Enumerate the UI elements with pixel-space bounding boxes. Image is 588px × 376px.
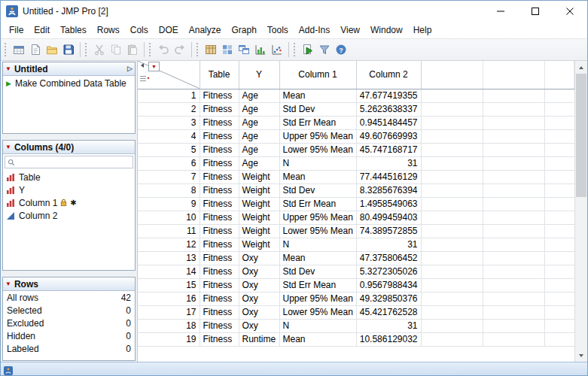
summary-table-icon[interactable]	[203, 41, 219, 58]
collapse-sidebar-icon[interactable]	[139, 62, 146, 69]
menu-add-ins[interactable]: Add-Ins	[294, 23, 335, 37]
red-triangle-menu-icon[interactable]: ▼	[5, 66, 11, 72]
cell[interactable]: Lower 95% Mean	[279, 224, 356, 238]
row-number[interactable]: 18	[138, 319, 200, 332]
cell[interactable]: Upper 95% Mean	[279, 292, 356, 305]
rows-stat-selected[interactable]: Selected0	[3, 304, 135, 317]
cell[interactable]: Fitness	[200, 238, 239, 251]
menu-window[interactable]: Window	[365, 23, 408, 37]
cell[interactable]: 0.9451484457	[356, 116, 421, 129]
column-item-table[interactable]: Table	[3, 171, 135, 183]
cut-icon[interactable]	[91, 41, 108, 58]
column-item-column-1[interactable]: Column 1✱	[3, 196, 135, 209]
cell[interactable]: Lower 95% Mean	[279, 305, 356, 319]
row-number[interactable]: 12	[138, 238, 200, 251]
cell[interactable]: Fitness	[200, 292, 239, 305]
row-number[interactable]: 15	[138, 278, 200, 292]
cell[interactable]: 49.607669993	[356, 129, 421, 143]
cell[interactable]: Mean	[279, 251, 356, 265]
menu-file[interactable]: File	[4, 23, 29, 37]
vertical-scrollbar[interactable]	[574, 61, 587, 362]
run-script-icon[interactable]	[300, 41, 316, 58]
cell[interactable]: Age	[239, 116, 279, 129]
new-journal-icon[interactable]	[27, 41, 44, 58]
rows-stat-hidden[interactable]: Hidden0	[3, 329, 135, 342]
help-icon[interactable]: ?	[333, 41, 349, 58]
cell[interactable]: Fitness	[200, 102, 239, 116]
cell[interactable]: Mean	[279, 89, 356, 102]
maximize-button[interactable]	[518, 1, 553, 22]
row-number[interactable]: 3	[138, 116, 200, 129]
cell[interactable]: 47.677419355	[356, 89, 421, 102]
cell[interactable]: Fitness	[200, 278, 239, 292]
cell[interactable]: Weight	[239, 238, 279, 251]
cell[interactable]: 80.499459403	[356, 211, 421, 224]
cell[interactable]: Oxy	[239, 292, 279, 305]
columns-search-input[interactable]	[17, 157, 130, 168]
scroll-up-icon[interactable]	[575, 61, 587, 74]
cell[interactable]: Std Dev	[279, 265, 356, 278]
cell[interactable]: Lower 95% Mean	[279, 143, 356, 156]
cell[interactable]: Oxy	[239, 265, 279, 278]
row-number[interactable]: 4	[138, 129, 200, 143]
cell[interactable]: Fitness	[200, 89, 239, 102]
column-header-y[interactable]: Y	[239, 61, 279, 89]
cell[interactable]: Fitness	[200, 156, 239, 170]
cell[interactable]: Fitness	[200, 224, 239, 238]
menu-tables[interactable]: Tables	[55, 23, 92, 37]
panel-collapse-icon[interactable]: ▷	[127, 65, 133, 72]
redo-icon[interactable]	[172, 41, 188, 58]
row-number[interactable]: 17	[138, 305, 200, 319]
cell[interactable]: Age	[239, 129, 279, 143]
cell[interactable]: 31	[356, 319, 421, 332]
scatter-plot-icon[interactable]	[269, 41, 285, 58]
undo-icon[interactable]	[155, 41, 172, 58]
save-icon[interactable]	[60, 41, 77, 58]
copy-icon[interactable]	[108, 41, 124, 58]
row-number[interactable]: 16	[138, 292, 200, 305]
cell[interactable]: Std Err Mean	[279, 278, 356, 292]
cell[interactable]: Fitness	[200, 143, 239, 156]
row-number[interactable]: 2	[138, 102, 200, 116]
cell[interactable]: 5.2623638337	[356, 102, 421, 116]
cell[interactable]: 31	[356, 156, 421, 170]
cell[interactable]: Runtime	[239, 332, 279, 346]
cell[interactable]: Std Err Mean	[279, 116, 356, 129]
column-header-column-1[interactable]: Column 1	[279, 61, 356, 89]
paste-icon[interactable]	[124, 41, 141, 58]
menu-cols[interactable]: Cols	[125, 23, 154, 37]
cell[interactable]: Age	[239, 156, 279, 170]
cell[interactable]: 77.444516129	[356, 170, 421, 183]
menu-view[interactable]: View	[335, 23, 365, 37]
cell[interactable]: Fitness	[200, 197, 239, 211]
cell[interactable]: 45.747168717	[356, 143, 421, 156]
close-button[interactable]	[553, 1, 587, 22]
data-filter-icon[interactable]	[316, 41, 333, 58]
rows-stat-labeled[interactable]: Labeled0	[3, 342, 135, 355]
cell[interactable]: 1.4958549063	[356, 197, 421, 211]
column-item-y[interactable]: Y	[3, 183, 135, 196]
cell[interactable]: 47.375806452	[356, 251, 421, 265]
rows-stat-excluded[interactable]: Excluded0	[3, 317, 135, 329]
cell[interactable]: Oxy	[239, 319, 279, 332]
menu-doe[interactable]: DOE	[154, 23, 184, 37]
red-triangle-menu-icon[interactable]: ▼	[5, 281, 11, 287]
cell[interactable]: Fitness	[200, 183, 239, 197]
bar-chart-icon[interactable]	[252, 41, 269, 58]
menu-graph[interactable]: Graph	[226, 23, 261, 37]
cell[interactable]: Std Dev	[279, 183, 356, 197]
rows-stat-all-rows[interactable]: All rows42	[3, 291, 135, 304]
cell[interactable]: Oxy	[239, 251, 279, 265]
cell[interactable]: Fitness	[200, 116, 239, 129]
row-number[interactable]: 9	[138, 197, 200, 211]
cell[interactable]: N	[279, 319, 356, 332]
cell[interactable]: 8.3285676394	[356, 183, 421, 197]
columns-menu-icon[interactable]: ▼	[148, 62, 160, 71]
cell[interactable]: Oxy	[239, 305, 279, 319]
cell[interactable]: Weight	[239, 170, 279, 183]
menu-tools[interactable]: Tools	[262, 23, 294, 37]
cell[interactable]: Fitness	[200, 211, 239, 224]
cell[interactable]: Oxy	[239, 278, 279, 292]
cell[interactable]: Fitness	[200, 170, 239, 183]
row-number[interactable]: 6	[138, 156, 200, 170]
